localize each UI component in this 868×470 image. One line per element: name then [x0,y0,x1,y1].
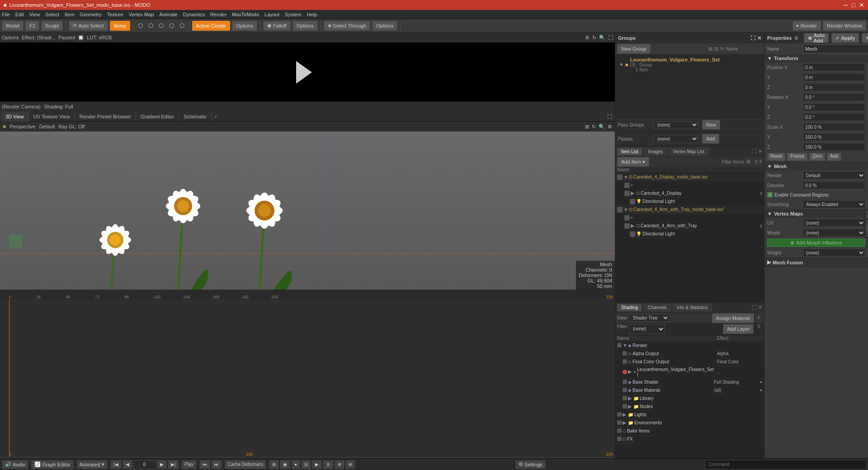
minimize-btn[interactable]: ─ [844,1,848,9]
mesh-fusion-header[interactable]: ▶ Mesh Fusion [764,258,868,267]
settings-button[interactable]: ⚙ Settings [515,460,546,469]
tab-shading[interactable]: Shading [617,304,642,311]
shader-item[interactable]: ◇ Bake Items [615,427,764,435]
expand-icon[interactable]: ▼ [619,62,623,67]
options-2-button[interactable]: Options [292,21,318,31]
uv-select[interactable]: (none) [803,219,865,227]
morph-select[interactable]: (none) [803,229,865,237]
transport-btn-1[interactable]: ⏮ [199,460,210,469]
tab-uv[interactable]: UV Texture View [29,112,75,122]
vis-s4[interactable] [623,370,627,374]
extra-btn-6[interactable]: ⏸ [323,460,334,469]
extra-btn-8[interactable]: ⊗ [345,460,355,469]
scale-y-input[interactable] [803,133,865,141]
viewport-snap[interactable]: ⊞ [585,124,589,130]
menu-help[interactable]: Help [307,12,317,17]
shader-item[interactable]: ▶ 📁 Library [615,395,764,403]
transport-btn-2[interactable]: ⏭ [211,460,222,469]
scale-x-input[interactable] [803,123,865,131]
tab-vertexmap-list[interactable]: Vertex Map List [669,148,708,155]
mode-icon-2[interactable]: ⬡ [146,21,155,30]
new-group-button[interactable]: New Group [617,44,651,54]
vis-s11[interactable] [617,428,622,433]
maximize-btn[interactable]: □ [852,1,855,9]
vis-s8[interactable] [623,404,627,409]
preview-options[interactable]: Options [2,35,19,40]
vis-s12[interactable] [617,437,622,441]
animated-button[interactable]: Animated ▾ [76,460,108,469]
vis-s7[interactable] [623,396,627,400]
pass-groups-select[interactable]: (none) [653,121,698,129]
add-layer-button[interactable]: Add Layer [723,324,754,334]
close-btn[interactable]: ✕ [859,1,864,9]
mesh-header[interactable]: ▼ Mesh [764,162,868,170]
expand-s8[interactable]: ▶ [628,404,632,409]
preview-paused[interactable]: Paused [58,35,75,40]
shader-item[interactable]: ◈ Base Shader Full Shading ▾ [615,378,764,386]
menu-item[interactable]: Item [65,12,74,17]
auto-select-button[interactable]: ⟳ Auto Select [69,21,108,31]
vis-s2[interactable] [623,351,627,356]
vis-icon-2b[interactable] [624,215,630,221]
shader-item[interactable]: ◇ Final Color Output Final Color [615,358,764,366]
vis-icon-1d[interactable] [630,199,635,204]
sculpt-button[interactable]: Sculpt [41,21,63,31]
expand-s7[interactable]: ▶ [628,395,632,401]
add-item-button[interactable]: Add Item ▾ [617,157,649,167]
window-controls[interactable]: ─ □ ✕ [844,1,864,9]
list-item[interactable]: ● [615,181,764,189]
shading-expand[interactable]: ⛶ [751,305,756,310]
filter-icon[interactable]: ⚙ [746,159,751,165]
groups-expand[interactable]: ⛶ [750,35,755,41]
use-clusters-tab[interactable]: Use Clusters [865,209,868,238]
shader-item[interactable]: ▶ ● Leucanthemum_Vulgare_Flowers_Set ( .… [615,366,764,378]
tab-images[interactable]: Images [644,148,667,155]
list-item[interactable]: ▶ ⊡ Careobot_4_Arm_with_Tray 2 [615,222,764,230]
passes-select[interactable]: (none) [653,135,698,143]
3d-viewport[interactable]: ■ Perspective Default Ray GL: Off ⊞ ↻ 🔍 … [0,122,615,290]
menu-vertexmap[interactable]: Vertex Map [129,12,154,17]
shader-item[interactable]: ▼ ◈ Render [615,342,764,350]
shader-item[interactable]: ◈ Base Material (all) ▾ [615,386,764,395]
options-1-button[interactable]: Options [232,21,257,31]
model-button[interactable]: Model [2,21,24,31]
pos-z-input[interactable] [803,83,865,91]
expand-s1[interactable]: ▼ [623,343,627,348]
vis-s3[interactable] [623,359,627,364]
vis-s6[interactable] [623,388,627,392]
add-viewport-tab[interactable]: + [212,113,220,120]
list-item[interactable]: 💡 Directional Light [615,197,764,206]
menu-file[interactable]: File [2,12,10,17]
add-morph-button[interactable]: ⊕ Add Morph Influence [767,239,865,247]
shading-close[interactable]: ✕ [758,305,762,310]
rot-y-input[interactable] [803,103,865,111]
play-button[interactable] [296,61,319,84]
scale-z-input[interactable] [803,143,865,151]
next-frame-btn[interactable]: ▶ [157,460,167,469]
groups-icon-3[interactable]: ✎ [720,46,724,52]
prev-frame-btn[interactable]: ◀ [123,460,132,469]
options-3-button[interactable]: Options [372,21,397,31]
discard-button[interactable]: ✕ Discard [862,33,868,43]
extra-btn-7[interactable]: ⊕ [335,460,344,469]
preview-settings-1[interactable]: ⚙ [585,35,590,41]
menu-texture[interactable]: Texture [107,12,123,17]
tab-3dview[interactable]: 3D View [1,112,29,122]
expand-2[interactable]: ▼ [623,207,628,212]
tab-schematic[interactable]: Schematic [179,112,212,122]
itemlist-close[interactable]: ✕ [758,149,762,155]
tab-gradient[interactable]: Gradient Editor [136,112,179,122]
vis-s5[interactable] [623,380,627,384]
expand-s10[interactable]: ▶ [623,420,627,426]
extra-btn-1[interactable]: ⊞ [269,460,279,469]
smoothing-select[interactable]: Always Enabled [803,200,865,208]
mode-icon-4[interactable]: ⬡ [167,21,176,30]
expand-2c[interactable]: ▶ [631,223,635,229]
groups-panel-close[interactable]: ✕ [757,35,761,41]
menu-geometry[interactable]: Geometry [80,12,101,17]
shader-tree-select[interactable]: Shader Tree [629,314,670,322]
play-button[interactable]: Play [181,460,196,469]
shader-item[interactable]: ⊡ FX [615,435,764,443]
expand-s9[interactable]: ▶ [623,412,627,418]
falloff-button[interactable]: ◉ Falloff [263,21,291,31]
